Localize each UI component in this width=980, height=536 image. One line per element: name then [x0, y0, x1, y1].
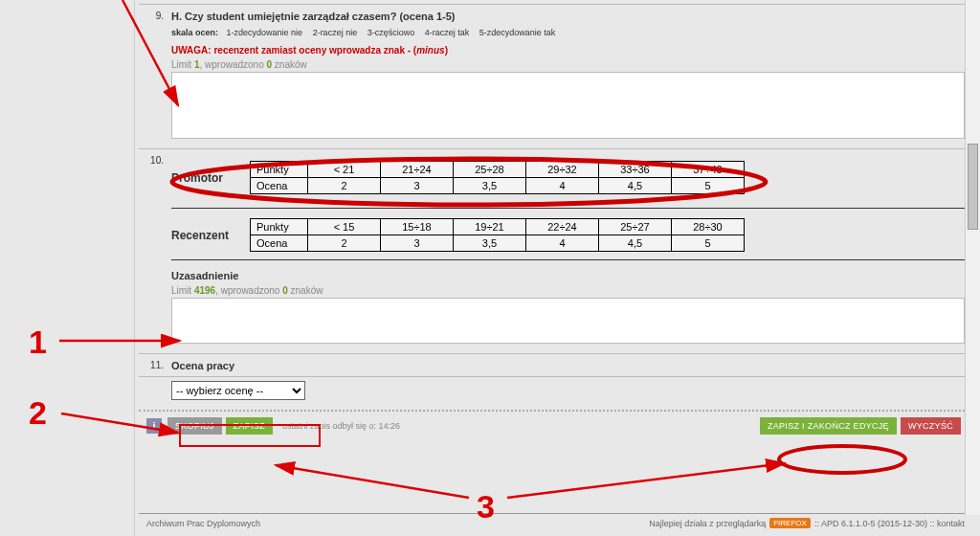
copy-button[interactable]: SKOPIUJ	[167, 417, 222, 435]
q9-warning: UWAGA: recenzent zamiast oceny wprowadza…	[171, 45, 965, 56]
q9-number: 9.	[139, 5, 167, 148]
grade-select-row: -- wybierz ocenę --	[139, 376, 972, 410]
save-note: ostatni zapis odbył się o: 14:26	[282, 421, 400, 431]
question-9-row: 9. H. Czy student umiejętnie zarządzał c…	[139, 4, 972, 148]
left-sidebar	[0, 0, 135, 536]
footer-version: :: APD 6.1.1.0-5 (2015-12-30) :: kontakt	[814, 519, 965, 528]
uzasadnienie-textarea[interactable]	[171, 298, 965, 344]
q11-title: Ocena pracy	[171, 360, 965, 371]
uzasadnienie-title: Uzasadnienie	[171, 270, 965, 281]
promotor-label: Promotor	[171, 171, 250, 185]
footer-left: Archiwum Prac Dyplomowych	[146, 519, 260, 528]
recenzent-table: Punkty < 1515÷1819÷2122÷2425÷2728÷30 Oce…	[250, 218, 745, 252]
grade-select[interactable]: -- wybierz ocenę --	[171, 381, 305, 400]
promotor-block: Promotor Punkty < 2121÷2425÷2829÷3233÷36…	[171, 161, 965, 194]
footer-browser-note: Najlepiej działa z przeglądarką	[649, 519, 766, 528]
divider	[171, 259, 965, 260]
question-10-row: 10. Promotor Punkty < 2121÷2425÷2829÷323…	[139, 148, 972, 353]
recenzent-block: Recenzent Punkty < 1515÷1819÷2122÷2425÷2…	[171, 218, 965, 252]
action-bar: i SKOPIUJ ZAPISZ ostatni zapis odbył się…	[139, 410, 972, 440]
q9-title: H. Czy student umiejętnie zarządzał czas…	[171, 11, 965, 22]
clear-button[interactable]: WYCZYŚĆ	[901, 417, 961, 435]
recenzent-label: Recenzent	[171, 229, 250, 242]
q9-limit: Limit 1, wprowadzono 0 znaków	[171, 59, 965, 70]
firefox-badge: FIREFOX	[769, 518, 811, 528]
scrollbar[interactable]	[965, 0, 980, 515]
q11-number: 11.	[139, 354, 167, 376]
promotor-table: Punkty < 2121÷2425÷2829÷3233÷3637÷40 Oce…	[250, 161, 745, 194]
q10-number: 10.	[139, 149, 167, 353]
q9-scale: skala ocen: 1-zdecydowanie nie 2-raczej …	[171, 28, 965, 37]
info-icon[interactable]: i	[146, 418, 162, 434]
page-footer: Archiwum Prac Dyplomowych Najlepiej dzia…	[139, 513, 972, 532]
q9-textarea[interactable]	[171, 72, 965, 139]
save-button[interactable]: ZAPISZ	[226, 417, 273, 435]
save-and-finish-button[interactable]: ZAPISZ I ZAKOŃCZ EDYCJĘ	[760, 417, 897, 435]
divider	[171, 208, 965, 209]
uz-limit: Limit 4196, wprowadzono 0 znaków	[171, 285, 965, 296]
question-11-row: 11. Ocena pracy	[139, 353, 972, 376]
